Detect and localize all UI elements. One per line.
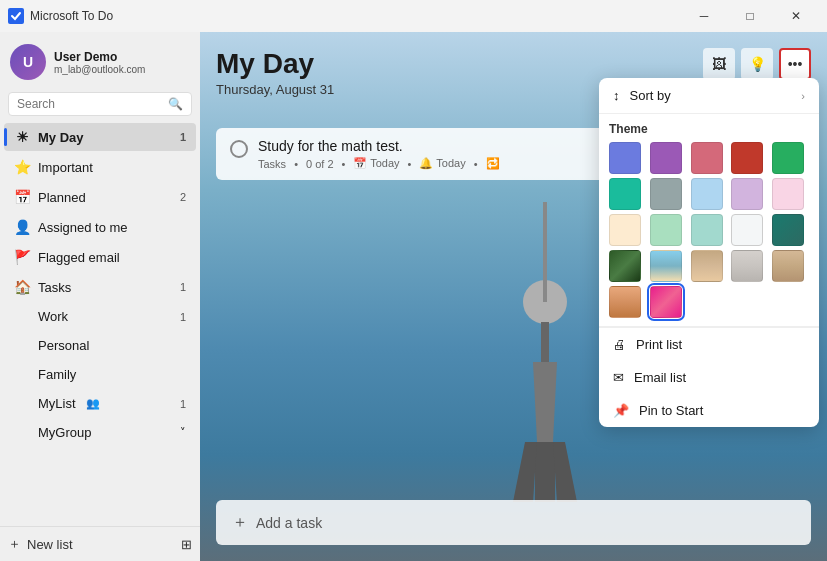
sidebar-item-my-day[interactable]: ☀ My Day 1 (4, 123, 196, 151)
sidebar-item-label: Assigned to me (38, 220, 128, 235)
theme-swatch-lighthouse[interactable] (731, 250, 763, 282)
dropdown-panel: ↕ Sort by › Theme (599, 78, 819, 427)
sort-by-item[interactable]: ↕ Sort by › (599, 78, 819, 113)
assigned-icon: 👤 (14, 219, 30, 235)
my-day-badge: 1 (180, 131, 186, 143)
my-day-icon: ☀ (14, 129, 30, 145)
add-task-button[interactable]: ＋ Add a task (216, 500, 811, 545)
theme-swatch-blue[interactable] (609, 142, 641, 174)
sidebar-item-tasks[interactable]: 🏠 Tasks 1 (4, 273, 196, 301)
sidebar-item-personal[interactable]: Personal (4, 332, 196, 359)
page-subtitle: Thursday, August 31 (216, 82, 334, 97)
sort-icon: ↕ (613, 88, 620, 103)
sidebar-item-mylist[interactable]: MyList 👥 1 (4, 390, 196, 417)
pin-label: Pin to Start (639, 403, 703, 418)
add-icon: ＋ (232, 512, 248, 533)
maximize-button[interactable]: □ (727, 0, 773, 32)
sidebar-item-mygroup[interactable]: MyGroup ˅ (4, 419, 196, 446)
user-profile[interactable]: U User Demo m_lab@outlook.com (0, 32, 200, 88)
email-list-item[interactable]: ✉ Email list (599, 361, 819, 394)
app-title: Microsoft To Do (30, 9, 113, 23)
theme-swatch-light-pink[interactable] (772, 178, 804, 210)
email-icon: ✉ (613, 370, 624, 385)
theme-swatch-pink[interactable] (691, 142, 723, 174)
theme-swatch-light-green[interactable] (650, 214, 682, 246)
theme-swatch-hot-pink[interactable] (650, 286, 682, 318)
share-icon: 👥 (86, 397, 100, 410)
new-list-icon: ⊞ (181, 537, 192, 552)
tasks-badge: 1 (180, 281, 186, 293)
theme-swatch-gray[interactable] (650, 178, 682, 210)
add-task-label: Add a task (256, 515, 322, 531)
avatar: U (10, 44, 46, 80)
theme-swatch-purple[interactable] (650, 142, 682, 174)
theme-swatch-dark-teal[interactable] (772, 214, 804, 246)
separator4: • (474, 158, 478, 170)
search-input[interactable] (17, 97, 166, 111)
theme-swatch-red[interactable] (731, 142, 763, 174)
theme-swatch-white[interactable] (731, 214, 763, 246)
sidebar-item-work[interactable]: Work 1 (4, 303, 196, 330)
sidebar-item-family[interactable]: Family (4, 361, 196, 388)
titlebar: Microsoft To Do ─ □ ✕ (0, 0, 827, 32)
title-group: My Day Thursday, August 31 (216, 48, 334, 97)
pin-to-start-item[interactable]: 📌 Pin to Start (599, 394, 819, 427)
sidebar-item-planned[interactable]: 📅 Planned 2 (4, 183, 196, 211)
active-indicator (4, 128, 7, 146)
sidebar-item-label: Work (38, 309, 68, 324)
page-title: My Day (216, 48, 334, 80)
sidebar-item-label: Tasks (38, 280, 71, 295)
app-logo: Microsoft To Do (8, 8, 113, 24)
theme-label: Theme (609, 122, 809, 136)
sidebar-item-important[interactable]: ⭐ Important (4, 153, 196, 181)
add-icon: ＋ (8, 535, 21, 553)
theme-swatch-cream[interactable] (609, 214, 641, 246)
app-icon (8, 8, 24, 24)
user-info: User Demo m_lab@outlook.com (54, 50, 145, 75)
close-button[interactable]: ✕ (773, 0, 819, 32)
print-label: Print list (636, 337, 682, 352)
svg-rect-0 (8, 8, 24, 24)
theme-swatch-lavender[interactable] (731, 178, 763, 210)
sidebar-item-label: Planned (38, 190, 86, 205)
task-list: Tasks (258, 158, 286, 170)
theme-swatch-beach2[interactable] (609, 286, 641, 318)
window-controls: ─ □ ✕ (681, 0, 819, 32)
theme-swatch-forest[interactable] (609, 250, 641, 282)
separator3: • (408, 158, 412, 170)
user-name: User Demo (54, 50, 145, 64)
theme-grid (609, 142, 809, 318)
sort-by-label: Sort by (630, 88, 671, 103)
email-label: Email list (634, 370, 686, 385)
task-circle[interactable] (230, 140, 248, 158)
theme-swatch-green[interactable] (772, 142, 804, 174)
header-actions: 🖼 💡 ••• (703, 48, 811, 80)
theme-swatch-light-blue[interactable] (691, 178, 723, 210)
theme-swatch-desert[interactable] (691, 250, 723, 282)
app-body: U User Demo m_lab@outlook.com 🔍 ☀ My Day… (0, 32, 827, 561)
more-icon: ••• (788, 56, 803, 72)
theme-swatch-teal[interactable] (609, 178, 641, 210)
sidebar-item-flagged[interactable]: 🚩 Flagged email (4, 243, 196, 271)
important-icon: ⭐ (14, 159, 30, 175)
pin-icon: 📌 (613, 403, 629, 418)
task-reminder: 🔔 Today (419, 157, 465, 170)
theme-swatch-beach[interactable] (650, 250, 682, 282)
work-badge: 1 (180, 311, 186, 323)
planned-icon: 📅 (14, 189, 30, 205)
tip-button[interactable]: 💡 (741, 48, 773, 80)
new-list-button[interactable]: ＋ New list ⊞ (0, 526, 200, 561)
expand-icon: ˅ (180, 426, 186, 439)
search-box[interactable]: 🔍 (8, 92, 192, 116)
background-button[interactable]: 🖼 (703, 48, 735, 80)
theme-swatch-mint[interactable] (691, 214, 723, 246)
sidebar-item-label: MyGroup (38, 425, 91, 440)
sidebar-item-label: My Day (38, 130, 84, 145)
print-icon: 🖨 (613, 337, 626, 352)
minimize-button[interactable]: ─ (681, 0, 727, 32)
more-button[interactable]: ••• (779, 48, 811, 80)
theme-swatch-lantern[interactable] (772, 250, 804, 282)
print-list-item[interactable]: 🖨 Print list (599, 328, 819, 361)
new-list-label: New list (27, 537, 73, 552)
sidebar-item-assigned[interactable]: 👤 Assigned to me (4, 213, 196, 241)
